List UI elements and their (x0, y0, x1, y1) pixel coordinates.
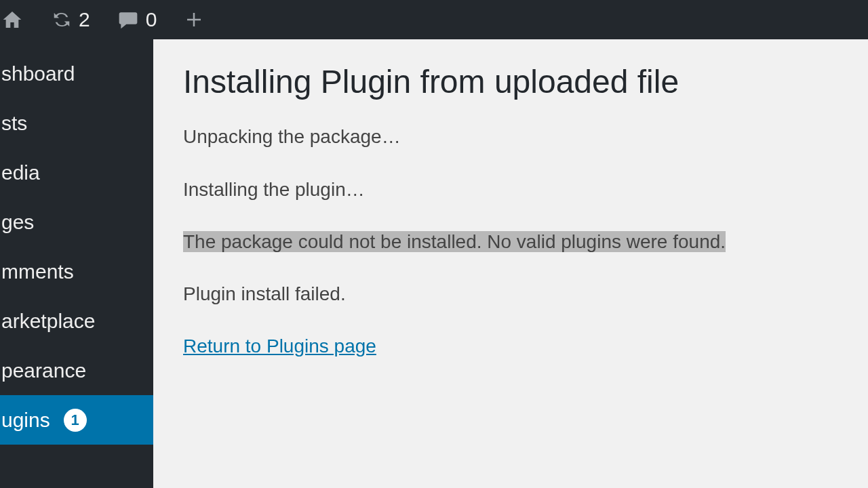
sidebar-item-label: edia (1, 161, 40, 184)
new-content-button[interactable] (170, 0, 218, 39)
sidebar-item-label: sts (1, 112, 27, 135)
admin-sidebar: shboard sts edia ges mments arketplace p… (0, 39, 153, 488)
sidebar-item-dashboard[interactable]: shboard (0, 49, 153, 98)
comments-button[interactable]: 0 (104, 0, 171, 39)
status-error: The package could not be installed. No v… (183, 228, 838, 255)
sidebar-item-label: mments (1, 260, 74, 283)
status-failed: Plugin install failed. (183, 281, 838, 307)
sidebar-item-plugins[interactable]: ugins 1 (0, 395, 153, 445)
home-icon (1, 9, 23, 30)
page-title: Installing Plugin from uploaded file (183, 61, 838, 103)
status-unpacking: Unpacking the package… (183, 123, 838, 150)
sidebar-item-posts[interactable]: sts (0, 98, 153, 148)
comment-icon (117, 9, 139, 30)
status-installing: Installing the plugin… (183, 176, 838, 203)
sidebar-item-pages[interactable]: ges (0, 197, 153, 247)
admin-toolbar: 2 0 (0, 0, 868, 39)
plus-icon (184, 9, 204, 30)
sidebar-item-label: shboard (1, 62, 75, 85)
sidebar-item-marketplace[interactable]: arketplace (0, 296, 153, 346)
home-button[interactable] (0, 0, 38, 39)
sidebar-item-label: ugins (1, 409, 50, 432)
updates-count: 2 (79, 8, 90, 31)
sidebar-item-appearance[interactable]: pearance (0, 346, 153, 395)
sidebar-item-label: pearance (1, 359, 86, 382)
sidebar-item-comments[interactable]: mments (0, 247, 153, 296)
sidebar-item-label: ges (1, 211, 34, 234)
refresh-icon (52, 9, 72, 30)
updates-button[interactable]: 2 (38, 0, 104, 39)
main-content: Installing Plugin from uploaded file Unp… (153, 39, 868, 488)
plugins-update-badge: 1 (64, 409, 87, 432)
return-to-plugins-link[interactable]: Return to Plugins page (183, 336, 376, 357)
comments-count: 0 (146, 8, 157, 31)
sidebar-item-media[interactable]: edia (0, 148, 153, 197)
sidebar-item-label: arketplace (1, 310, 95, 333)
